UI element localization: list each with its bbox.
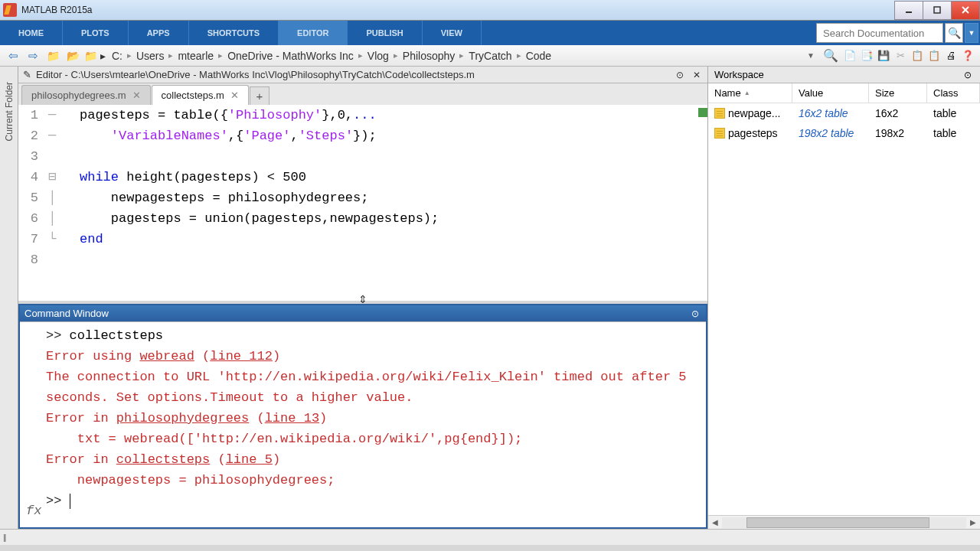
- save-icon[interactable]: 💾: [876, 48, 891, 64]
- code-health-indicator: [698, 108, 707, 117]
- table-var-icon: [714, 108, 725, 119]
- toolstrip-dropdown[interactable]: ▼: [965, 23, 978, 43]
- tab-view[interactable]: VIEW: [423, 21, 482, 45]
- variable-row[interactable]: pagesteps 198x2 table 198x2 table: [708, 123, 980, 143]
- breadcrumb[interactable]: 📁 ▸ C:▸ Users▸ mtearle▸ OneDrive - MathW…: [84, 48, 799, 64]
- tab-plots[interactable]: PLOTS: [63, 21, 129, 45]
- tab-shortcuts[interactable]: SHORTCUTS: [189, 21, 279, 45]
- horizontal-splitter[interactable]: ⇕: [18, 301, 707, 304]
- nav-folder-button[interactable]: 📁: [44, 47, 61, 64]
- command-dropdown-icon[interactable]: ⊙: [689, 308, 701, 319]
- toolstrip: HOME PLOTS APPS SHORTCUTS EDITOR PUBLISH…: [0, 21, 980, 45]
- help-icon[interactable]: ❓: [960, 48, 975, 64]
- workspace-panel: Workspace ⊙ Name▲ Value Size Class newpa…: [707, 67, 980, 529]
- editor-close-icon[interactable]: ✕: [691, 70, 703, 80]
- matlab-icon: [3, 3, 17, 17]
- command-window-panel: Command Window ⊙ fx >> collectsteps Erro…: [18, 304, 707, 529]
- print-icon[interactable]: 🖨: [943, 48, 959, 64]
- search-button[interactable]: 🔍: [945, 23, 963, 43]
- variable-row[interactable]: newpage... 16x2 table 16x2 table: [708, 103, 980, 123]
- editor-title: Editor - C:\Users\mtearle\OneDrive - Mat…: [36, 69, 669, 80]
- workspace-variables: newpage... 16x2 table 16x2 table pageste…: [708, 103, 980, 515]
- file-tabs: philosophydegrees.m ✕ collectsteps.m ✕ +: [18, 83, 707, 105]
- search-input[interactable]: [816, 23, 943, 43]
- add-tab-button[interactable]: +: [250, 86, 270, 105]
- file-tab-collectsteps[interactable]: collectsteps.m ✕: [152, 85, 249, 105]
- paste-icon[interactable]: 📋: [926, 48, 942, 64]
- tab-home[interactable]: HOME: [0, 21, 63, 45]
- path-dropdown[interactable]: ▼: [802, 47, 819, 64]
- new-script-icon[interactable]: 📄: [842, 48, 858, 64]
- editor-file-icon: ✎: [23, 69, 31, 80]
- tab-publish[interactable]: PUBLISH: [348, 21, 422, 45]
- editor-panel-header: ✎ Editor - C:\Users\mtearle\OneDrive - M…: [18, 67, 707, 83]
- workspace-scrollbar[interactable]: ◀ ▶: [708, 515, 980, 529]
- nav-forward-button[interactable]: ⇨: [24, 47, 41, 64]
- workspace-dropdown-icon[interactable]: ⊙: [962, 70, 974, 80]
- command-window-header: Command Window ⊙: [20, 305, 706, 322]
- search-path-button[interactable]: 🔍: [822, 47, 839, 64]
- code-content[interactable]: pagesteps = table({'Philosophy'},0,... '…: [61, 105, 707, 301]
- code-editor[interactable]: 12345678 ──⊟││└ pagesteps = table({'Phil…: [18, 105, 707, 301]
- nav-up-button[interactable]: 📂: [64, 47, 81, 64]
- statusbar-grip-icon: ||||: [3, 533, 5, 542]
- table-var-icon: [714, 128, 725, 139]
- close-button[interactable]: [951, 1, 980, 20]
- resize-cursor-icon: ⇕: [358, 293, 368, 305]
- copy-icon[interactable]: 📋: [910, 48, 925, 64]
- line-numbers: 12345678: [18, 105, 43, 301]
- command-window[interactable]: fx >> collectsteps Error using webread (…: [20, 322, 706, 527]
- fx-icon[interactable]: fx: [26, 500, 46, 521]
- tab-editor[interactable]: EDITOR: [279, 21, 348, 45]
- cut-icon[interactable]: ✂: [893, 48, 908, 64]
- navbar: ⇦ ⇨ 📁 📂 📁 ▸ C:▸ Users▸ mtearle▸ OneDrive…: [0, 45, 980, 67]
- statusbar: ||||: [0, 529, 980, 545]
- svg-rect-1: [934, 7, 940, 13]
- file-tab-philosophydegrees[interactable]: philosophydegrees.m ✕: [21, 85, 151, 105]
- new-icon[interactable]: 📑: [859, 48, 874, 64]
- window-titlebar: MATLAB R2015a: [0, 0, 980, 21]
- current-folder-tab[interactable]: Current Folder: [0, 67, 18, 529]
- tab-apps[interactable]: APPS: [129, 21, 189, 45]
- workspace-header: Workspace ⊙: [708, 67, 980, 83]
- nav-back-button[interactable]: ⇦: [5, 47, 21, 64]
- workspace-columns[interactable]: Name▲ Value Size Class: [708, 83, 980, 103]
- tab-close-icon[interactable]: ✕: [230, 90, 239, 101]
- minimize-button[interactable]: [894, 1, 923, 20]
- editor-dropdown-icon[interactable]: ⊙: [674, 70, 686, 80]
- tab-close-icon[interactable]: ✕: [132, 90, 141, 101]
- maximize-button[interactable]: [923, 1, 952, 20]
- window-title: MATLAB R2015a: [21, 5, 93, 15]
- fold-column[interactable]: ──⊟││└: [43, 105, 61, 301]
